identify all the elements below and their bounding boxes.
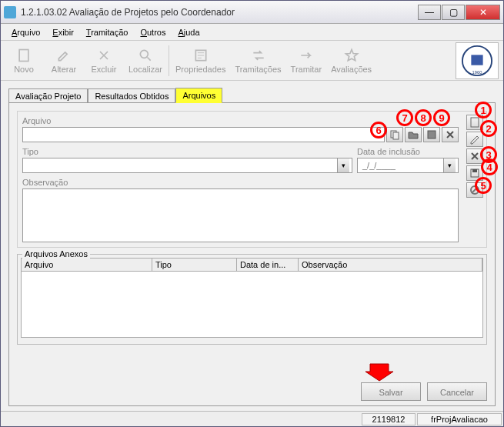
side-cancel-button[interactable] <box>466 182 483 198</box>
tab-avaliacao-projeto[interactable]: Avaliação Projeto <box>8 88 88 103</box>
no-icon <box>469 185 480 195</box>
arquivo-input[interactable] <box>22 127 385 142</box>
pages-icon <box>389 129 400 140</box>
side-save-button[interactable] <box>466 165 483 181</box>
pencil-icon <box>469 134 480 145</box>
toolbar-propriedades[interactable]: Propriedades <box>171 46 230 75</box>
menu-ajuda[interactable]: Ajuda <box>173 26 204 38</box>
arquivo-open-button[interactable] <box>405 127 422 142</box>
content-area: Avaliação Projeto Resultados Obtidos Arq… <box>1 81 503 411</box>
menu-tramitacao[interactable]: Tramitação <box>82 26 133 38</box>
salvar-label: Salvar <box>379 388 402 397</box>
folder-open-icon <box>408 129 419 140</box>
grid-body[interactable] <box>21 272 483 338</box>
toolbar-separator <box>169 45 169 76</box>
clear-x-icon <box>445 129 456 140</box>
menu-outros[interactable]: Outros <box>135 26 170 38</box>
toolbar-localizar[interactable]: Localizar <box>124 46 167 75</box>
col-data[interactable]: Data de in... <box>237 259 299 271</box>
salvar-button[interactable]: Salvar <box>361 382 421 401</box>
window-title: 1.2.1.03.02 Avaliação de Projetos pelo C… <box>21 7 418 18</box>
toolbar-tramitacoes-label: Tramitações <box>235 65 281 74</box>
toolbar-alterar[interactable]: Alterar <box>44 46 84 75</box>
status-code: 2119812 <box>362 413 416 425</box>
app-icon <box>4 6 16 18</box>
arquivo-preview-button[interactable] <box>386 127 403 142</box>
toolbar: Novo Alterar Excluir Localizar Proprieda… <box>1 41 503 81</box>
toolbar-propriedades-label: Propriedades <box>175 65 225 74</box>
search-icon <box>138 48 153 63</box>
data-inclusao-input[interactable]: _/_/____ ▾ <box>357 158 459 173</box>
statusbar: 2119812 frProjAvaliacao <box>1 411 503 426</box>
svg-rect-0 <box>19 49 28 61</box>
col-arquivo[interactable]: Arquivo <box>22 259 152 271</box>
svg-point-1 <box>140 50 148 58</box>
side-delete-button[interactable] <box>466 148 483 164</box>
arquivos-anexos-group: Arquivos Anexos Arquivo Tipo Data de in.… <box>17 254 487 345</box>
toolbar-novo[interactable]: Novo <box>4 46 44 75</box>
document-icon <box>469 117 480 128</box>
cancelar-button[interactable]: Cancelar <box>427 382 487 401</box>
svg-rect-8 <box>472 169 477 172</box>
grid-header: Arquivo Tipo Data de in... Observação <box>21 258 483 272</box>
toolbar-avaliacoes[interactable]: Avaliações <box>326 46 376 75</box>
tab-resultados-obtidos[interactable]: Resultados Obtidos <box>88 88 175 103</box>
minimize-button[interactable]: — <box>418 5 441 20</box>
star-icon <box>344 48 359 63</box>
menu-arquivo[interactable]: Arquivo <box>7 26 45 38</box>
side-new-button[interactable] <box>466 115 483 130</box>
menubar: Arquivo Exibir Tramitação Outros Ajuda <box>1 24 503 41</box>
x-icon <box>469 151 480 162</box>
close-button[interactable]: ✕ <box>466 5 500 20</box>
svg-rect-11 <box>393 132 399 139</box>
svg-rect-12 <box>428 131 436 138</box>
floppy-icon <box>469 168 480 178</box>
tipo-label: Tipo <box>22 147 352 156</box>
new-icon <box>16 48 32 63</box>
dropdown-icon: ▾ <box>443 158 456 172</box>
send-icon <box>299 48 314 63</box>
col-tipo[interactable]: Tipo <box>152 259 237 271</box>
properties-icon <box>193 48 209 63</box>
arquivo-clear-button[interactable] <box>442 127 459 142</box>
cancelar-label: Cancelar <box>440 388 474 397</box>
app-window: 1.2.1.03.02 Avaliação de Projetos pelo C… <box>0 0 504 427</box>
tipo-combo[interactable]: ▾ <box>22 158 352 173</box>
titlebar: 1.2.1.03.02 Avaliação de Projetos pelo C… <box>1 1 503 24</box>
institution-logo: 1960 <box>456 42 499 79</box>
toolbar-avaliacoes-label: Avaliações <box>331 65 372 74</box>
flows-icon <box>251 48 266 63</box>
toolbar-novo-label: Novo <box>14 65 34 74</box>
arquivos-anexos-label: Arquivos Anexos <box>22 249 90 259</box>
tab-body-arquivos: Arquivo <box>8 102 496 406</box>
toolbar-localizar-label: Localizar <box>129 65 162 74</box>
edit-icon <box>56 48 72 63</box>
svg-text:1960: 1960 <box>472 70 482 75</box>
toolbar-excluir-label: Excluir <box>91 65 116 74</box>
toolbar-tramitacoes[interactable]: Tramitações <box>230 46 285 75</box>
menu-exibir[interactable]: Exibir <box>48 26 78 38</box>
arquivo-label: Arquivo <box>22 116 459 125</box>
observacao-textarea[interactable] <box>22 188 459 242</box>
toolbar-alterar-label: Alterar <box>52 65 76 74</box>
toolbar-tramitar-label: Tramitar <box>291 65 322 74</box>
delete-icon <box>96 48 112 63</box>
maximize-button[interactable]: ▢ <box>442 5 465 20</box>
dropdown-icon: ▾ <box>337 158 349 172</box>
side-edit-button[interactable] <box>466 132 483 147</box>
col-observacao[interactable]: Observação <box>299 259 482 271</box>
arquivo-download-button[interactable] <box>423 127 440 142</box>
toolbar-tramitar[interactable]: Tramitar <box>286 46 327 75</box>
arrow-annotation <box>364 362 395 382</box>
svg-rect-4 <box>471 55 482 65</box>
data-inclusao-label: Data de inclusão <box>357 147 459 156</box>
status-form: frProjAvaliacao <box>417 413 502 425</box>
svg-rect-6 <box>471 118 479 127</box>
download-icon <box>426 129 437 140</box>
tabs: Avaliação Projeto Resultados Obtidos Arq… <box>8 85 496 102</box>
data-inclusao-value: _/_/____ <box>360 161 443 170</box>
toolbar-excluir[interactable]: Excluir <box>84 46 124 75</box>
observacao-label: Observação <box>22 178 459 187</box>
file-form-panel: Arquivo <box>17 111 487 248</box>
tab-arquivos[interactable]: Arquivos <box>175 88 222 103</box>
